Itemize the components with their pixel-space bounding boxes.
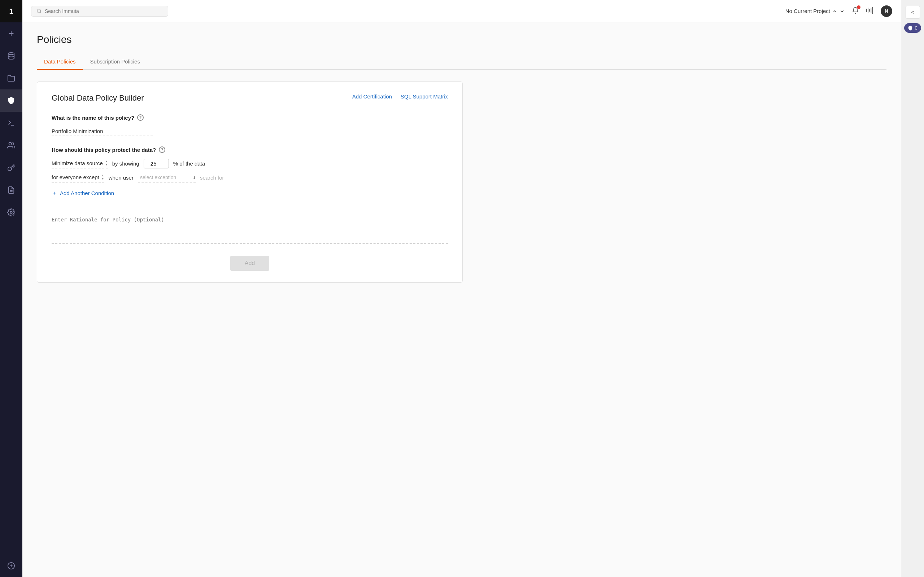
percent-text: % of the data: [173, 161, 205, 167]
policy-name-label: What is the name of this policy? ?: [52, 114, 448, 121]
protection-label: How should this policy protect the data?…: [52, 147, 448, 153]
search-input[interactable]: [45, 8, 163, 14]
user-initial: N: [885, 8, 888, 14]
sidebar-item-terminal[interactable]: [0, 112, 23, 134]
right-panel: < 0: [901, 0, 924, 577]
page-title: Policies: [37, 34, 887, 45]
search-box[interactable]: [31, 6, 168, 16]
select-exception-dropdown[interactable]: select exception: [138, 173, 195, 182]
add-certification-link[interactable]: Add Certification: [352, 93, 392, 100]
sidebar-item-database[interactable]: [0, 45, 23, 67]
notification-badge: [857, 5, 861, 9]
sql-support-link[interactable]: SQL Support Matrix: [401, 93, 448, 100]
protection-row-1: Minimize data source ▲ ▼ by showing % of…: [52, 159, 448, 168]
logo-text: 1: [9, 7, 13, 16]
card-title: Global Data Policy Builder: [52, 93, 144, 103]
sidebar-item-keys[interactable]: [0, 156, 23, 179]
protection-help-icon[interactable]: ?: [159, 147, 165, 153]
percentage-input[interactable]: [144, 159, 169, 168]
svg-point-2: [8, 53, 15, 55]
badge-count: 0: [914, 25, 917, 31]
svg-point-7: [10, 211, 12, 213]
add-condition-plus: ＋: [52, 190, 57, 197]
expand-icon: [840, 9, 845, 14]
search-icon: [36, 8, 42, 14]
notification-icon[interactable]: [852, 7, 859, 16]
tabs: Data Policies Subscription Policies: [37, 54, 887, 70]
tab-data-policies[interactable]: Data Policies: [37, 54, 83, 70]
shield-badge-icon: [908, 26, 913, 31]
minimize-label: Minimize data source: [52, 160, 103, 166]
svg-point-11: [37, 9, 41, 13]
topbar-right: No Current Project N: [785, 5, 892, 17]
panel-toggle-button[interactable]: <: [906, 6, 920, 19]
protection-section: How should this policy protect the data?…: [52, 147, 448, 200]
search-for-text: search for: [200, 174, 224, 181]
policy-builder-card: Global Data Policy Builder Add Certifica…: [37, 82, 463, 283]
sidebar-item-reports[interactable]: [0, 179, 23, 201]
everyone-stepper[interactable]: ▲ ▼: [102, 174, 104, 180]
svg-point-4: [9, 142, 11, 145]
exception-row: for everyone except ▲ ▼ when user select…: [52, 173, 448, 182]
add-button[interactable]: Add: [230, 256, 269, 271]
chevron-icon: [832, 9, 837, 14]
sidebar-logo[interactable]: 1: [0, 0, 23, 23]
sidebar-item-files[interactable]: [0, 67, 23, 89]
card-header: Global Data Policy Builder Add Certifica…: [52, 93, 448, 103]
sidebar-item-add[interactable]: [0, 23, 23, 45]
signal-icon[interactable]: [866, 7, 874, 16]
sidebar-item-add-bottom[interactable]: [0, 554, 23, 577]
add-condition-button[interactable]: ＋ Add Another Condition: [52, 187, 448, 200]
sidebar-item-settings[interactable]: [0, 201, 23, 224]
minimize-dropdown[interactable]: Minimize data source ▲ ▼: [52, 159, 108, 168]
by-showing-text: by showing: [112, 161, 139, 167]
tab-subscription-policies[interactable]: Subscription Policies: [83, 54, 147, 70]
main-area: No Current Project N Policies Data Polic…: [23, 0, 901, 577]
svg-line-12: [40, 12, 41, 13]
card-actions: Add Certification SQL Support Matrix: [352, 93, 448, 100]
select-exception-wrapper: select exception ⬍: [138, 173, 195, 182]
page-content: Policies Data Policies Subscription Poli…: [23, 23, 901, 577]
sidebar-item-users[interactable]: [0, 134, 23, 156]
project-name: No Current Project: [785, 8, 830, 14]
policy-name-input[interactable]: [52, 127, 153, 136]
topbar: No Current Project N: [23, 0, 901, 23]
everyone-except-label: for everyone except: [52, 174, 99, 180]
panel-toggle-icon: <: [911, 10, 914, 15]
when-user-text: when user: [109, 174, 134, 181]
name-help-icon[interactable]: ?: [137, 114, 144, 121]
rationale-section: [52, 210, 448, 246]
sidebar: 1: [0, 0, 23, 577]
policy-badge-button[interactable]: 0: [904, 23, 921, 33]
user-avatar[interactable]: N: [881, 5, 892, 17]
rationale-textarea[interactable]: [52, 215, 448, 244]
policy-name-section: What is the name of this policy? ?: [52, 114, 448, 136]
minimize-stepper[interactable]: ▲ ▼: [105, 160, 108, 166]
sidebar-item-policies[interactable]: [0, 89, 23, 112]
add-condition-label: Add Another Condition: [60, 190, 114, 196]
project-selector[interactable]: No Current Project: [785, 8, 845, 14]
everyone-except-dropdown[interactable]: for everyone except ▲ ▼: [52, 173, 104, 182]
